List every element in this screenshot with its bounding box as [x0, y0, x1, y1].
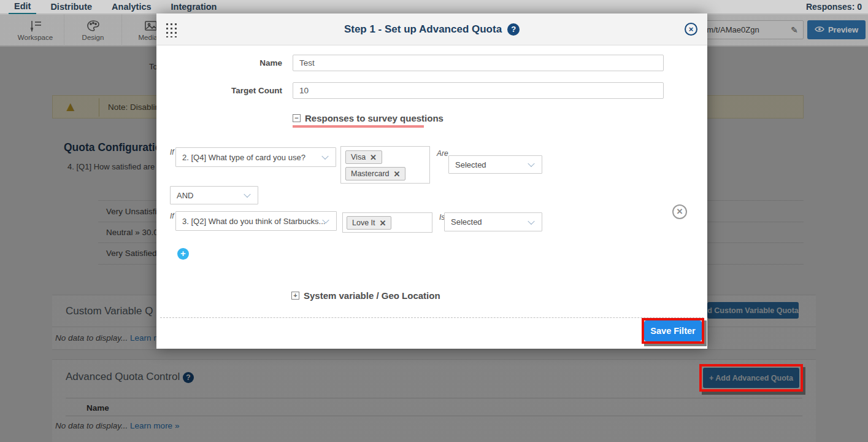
footer-divider	[160, 317, 704, 318]
add-custom-variable-quota-button[interactable]: d Custom Variable Quota	[707, 302, 799, 319]
divider	[66, 416, 802, 416]
annotation-box-add-advanced-quota	[699, 364, 803, 392]
preview-button[interactable]: Preview	[807, 20, 866, 39]
logic-operator-select[interactable]: AND	[170, 186, 258, 204]
close-icon[interactable]: ×	[685, 23, 697, 36]
name-input[interactable]	[293, 55, 664, 71]
target-count-input[interactable]	[293, 82, 664, 99]
quota-configuration-heading: Quota Configuratio	[64, 141, 161, 154]
condition-answers-box[interactable]: Love It ✕	[342, 212, 432, 233]
design-label: Design	[82, 34, 104, 41]
chevron-down-icon	[528, 160, 534, 167]
warning-divider	[99, 98, 99, 117]
warning-text: Note: Disabling	[108, 103, 164, 112]
answer-row: Very Satisfied »	[106, 249, 164, 258]
responses-section-toggle[interactable]: − Responses to survey questions	[293, 113, 444, 123]
remove-condition-icon[interactable]: ✕	[672, 204, 687, 219]
condition-question-select[interactable]: 2. [Q4] What type of card you use?	[175, 147, 336, 167]
save-filter-button[interactable]: Save Filter	[644, 320, 702, 341]
advanced-quota-modal: Step 1 - Set up Advanced Quota ? × Name …	[156, 14, 707, 349]
help-icon[interactable]: ?	[183, 372, 194, 383]
nav-edit[interactable]: Edit	[9, 0, 36, 14]
chevron-down-icon	[244, 191, 250, 198]
name-label: Name	[156, 58, 282, 68]
warning-icon: ▲	[64, 99, 77, 115]
eye-icon	[815, 25, 824, 34]
system-variable-section-toggle[interactable]: + System variable / Geo Location	[291, 290, 440, 301]
nav-analytics[interactable]: Analytics	[106, 1, 156, 14]
remove-tag-icon[interactable]: ✕	[370, 153, 377, 161]
advanced-quota-title: Advanced Quota Control ?	[66, 371, 194, 383]
custom-variable-no-data: No data to display... Learn mo	[55, 333, 165, 343]
section-red-underline	[293, 125, 424, 128]
condition-if-label: If	[170, 212, 174, 220]
learn-more-link[interactable]: Learn more »	[130, 421, 179, 430]
nav-integration[interactable]: Integration	[166, 1, 223, 14]
condition-question-select[interactable]: 3. [Q2] What do you think of Starbucks..…	[175, 211, 337, 231]
condition-operator-select[interactable]: Selected	[448, 155, 542, 174]
table-header-name: Name	[86, 403, 109, 413]
remove-tag-icon[interactable]: ✕	[380, 219, 386, 227]
divider	[66, 398, 802, 398]
nav-distribute[interactable]: Distribute	[45, 1, 98, 14]
condition-operator-select[interactable]: Selected	[444, 212, 542, 231]
answer-tag: Love It ✕	[347, 216, 391, 230]
help-icon[interactable]: ?	[507, 23, 520, 36]
target-count-label: Target Count	[156, 86, 282, 95]
condition-if-label: If	[170, 148, 174, 157]
answer-tag: Visa ✕	[345, 150, 382, 164]
custom-variable-title: Custom Variable Q	[66, 305, 153, 317]
palette-icon	[86, 20, 101, 32]
chevron-down-icon	[321, 153, 328, 160]
collapse-icon: −	[293, 114, 301, 122]
edit-url-icon[interactable]: ✎	[791, 25, 798, 35]
remove-tag-icon[interactable]: ✕	[394, 170, 401, 178]
condition-answers-box[interactable]: Visa ✕ Mastercard ✕	[340, 146, 430, 184]
expand-icon: +	[291, 292, 299, 300]
workspace-label: Workspace	[18, 34, 53, 41]
modal-header: Step 1 - Set up Advanced Quota ? ×	[156, 14, 707, 45]
app-screen: Edit Distribute Analytics Integration Re…	[0, 0, 868, 442]
responses-count: Responses: 0	[806, 2, 862, 12]
design-button[interactable]: Design	[64, 14, 122, 46]
quota-question-text: 4. [Q1] How satisfied are	[67, 162, 155, 171]
add-condition-button[interactable]: +	[177, 248, 189, 260]
top-nav: Edit Distribute Analytics Integration Re…	[0, 0, 868, 14]
workspace-button[interactable]: Workspace	[7, 14, 64, 46]
advanced-no-data: No data to display... Learn more »	[55, 421, 179, 430]
answer-tag: Mastercard ✕	[345, 167, 405, 180]
annotation-box-save-filter: Save Filter	[642, 318, 704, 344]
workspace-icon	[28, 20, 43, 32]
modal-title: Step 1 - Set up Advanced Quota	[344, 23, 502, 36]
preview-label: Preview	[828, 25, 858, 34]
chevron-down-icon	[528, 217, 534, 224]
condition-op-label: Are	[437, 149, 448, 158]
